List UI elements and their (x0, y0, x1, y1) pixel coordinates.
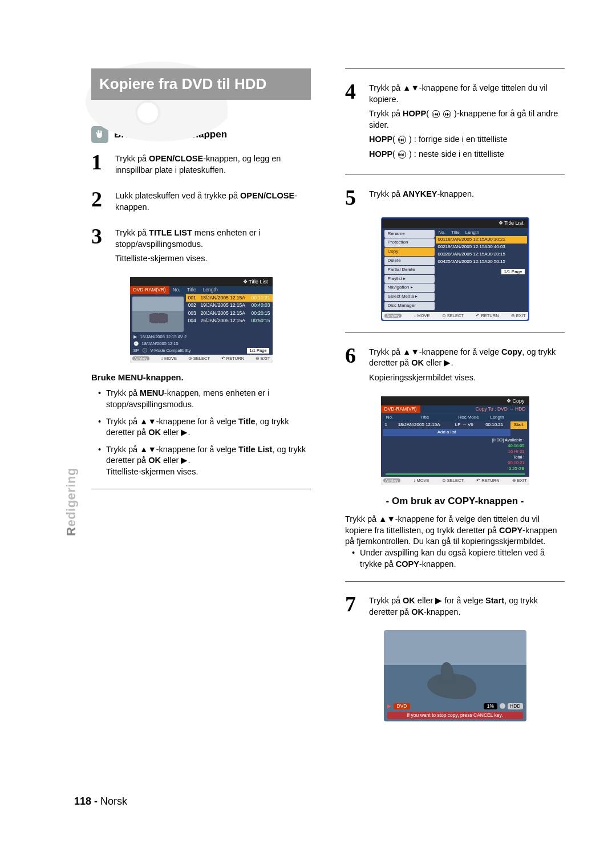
chevron-right-icon: ▸ (415, 294, 418, 299)
step-number: 7 (345, 593, 362, 621)
step-body: Lukk plateskuffen ved å trykke på OPEN/C… (115, 188, 311, 216)
cancel-message: If you want to stop copy, press CANCEL k… (387, 712, 523, 719)
bold: Title (238, 417, 256, 426)
step-7: 7 Trykk på OK eller ▶ for å velge Start,… (345, 593, 565, 621)
copy-percent: 1% (484, 703, 497, 709)
list-row[interactable]: 00320/JAN/2005 12:15A00:20:15 (186, 310, 273, 317)
step-body: Trykk på ANYKEY-knappen. (369, 186, 565, 208)
cell: 002 (188, 302, 201, 309)
footer-return: RETURN (481, 478, 499, 483)
cell: 00:10:21 (484, 421, 510, 429)
osd-menu-list: Rename Protection Copy Delete Partial De… (383, 229, 436, 311)
dolphin-image (427, 658, 496, 709)
list-row[interactable]: 001 18/JAN/2005 12:15A 00:10:21 (436, 236, 527, 244)
start-button[interactable]: Start (510, 421, 527, 429)
bold: HOPP (403, 109, 426, 118)
step-body: Trykk på OPEN/CLOSE-knappen, og legg en … (115, 151, 311, 179)
value: 0.25 GB (509, 466, 525, 471)
list-row[interactable]: 00425/JAN/2005 12:15A00:50:15 (186, 317, 273, 324)
label: [HDD] Available : (492, 437, 525, 443)
copy-bullets: Under avspilling kan du også kopiere tit… (345, 547, 565, 570)
page-number: 118 - Norsk (74, 794, 127, 808)
footer-return: RETURN (481, 313, 499, 318)
diamond-icon: ❖ (243, 279, 248, 285)
menu-item[interactable]: Navigation ▸ (384, 283, 435, 292)
cell: 1 (383, 421, 396, 429)
side-tab: Redigering (63, 468, 80, 536)
text: Kopieringsskjermbildet vises. (369, 372, 565, 384)
bold: OK (411, 607, 424, 616)
menu-item[interactable]: Partial Delete (384, 266, 435, 274)
chevron-right-icon: ▸ (403, 276, 406, 281)
osd-title-list: ❖ Title List DVD-RAM(VR) No. Title Lengt… (130, 277, 273, 363)
table-row[interactable]: 1 18/JAN/2005 12:15A LP → V6 00:10:21 St… (383, 421, 527, 429)
list-row[interactable]: 004 25/JAN/2005 12:15A 00:50:15 (436, 258, 527, 266)
cell: 18/JAN/2005 12:15A (445, 237, 488, 243)
text: Trykk på ▲▼-knappene for å velge tittele… (369, 83, 565, 105)
col: No. (383, 414, 396, 421)
list-row[interactable]: 002 19/JAN/2005 12:15A 00:40:03 (436, 244, 527, 251)
text: Trykk på (369, 596, 403, 605)
step-body: Trykk på TITLE LIST mens enheten er i st… (115, 225, 311, 268)
text: -knappen. (437, 189, 475, 198)
text: -knappen. (424, 607, 461, 616)
text: : neste side i en tittelliste (412, 149, 504, 159)
rec-indicator-icon (500, 703, 505, 709)
step-5: 5 Trykk på ANYKEY-knappen. (345, 186, 565, 208)
osd-title: Title List (249, 279, 268, 285)
osd-title: Title List (504, 220, 523, 226)
list-row[interactable]: 00118/JAN/2005 12:15A00:10:21 (186, 294, 273, 302)
step-4: 4 Trykk på ▲▼-knappene for å velge titte… (345, 80, 565, 163)
col-title: Title (184, 286, 200, 294)
menu-item[interactable]: Select Media ▸ (384, 293, 435, 301)
osd-media-badge: DVD-RAM(VR) (381, 405, 420, 413)
skip-back-icon: ⏮ (398, 136, 406, 144)
page-lang: Norsk (100, 796, 127, 807)
bold: Start (485, 596, 504, 605)
text: eller ▶ for å velge (415, 596, 485, 605)
menu-item[interactable]: Playlist ▸ (384, 275, 435, 283)
list-row[interactable]: 00219/JAN/2005 12:15A00:40:03 (186, 302, 273, 309)
menu-item[interactable]: Protection (384, 238, 435, 247)
col: Length (484, 414, 510, 421)
text: Lukk plateskuffen ved å trykke på (115, 191, 240, 200)
cell: 19/JAN/2005 12:15A (201, 302, 252, 309)
cell: 001 (438, 237, 445, 243)
add-list-button[interactable]: Add a list (383, 429, 510, 436)
page-num: 118 - (74, 796, 100, 807)
available-info: [HDD] Available : 40:16:05 16 Hr 03 Tota… (383, 436, 527, 473)
col-no: No. (169, 286, 184, 294)
col: Title (396, 414, 453, 421)
menu-item-copy[interactable]: Copy (384, 247, 435, 256)
menu-subheading: Bruke MENU-knappen. (91, 372, 311, 383)
cell: 20/JAN/2005 12:15A (201, 310, 252, 317)
diamond-icon: ❖ (499, 220, 503, 226)
osd-right-panel: No.TitleLength 001 18/JAN/2005 12:15A 00… (436, 229, 527, 311)
cell: 004 (438, 259, 445, 265)
osd-footer: Anykey ↕ MOVE ⊙ SELECT ↶ RETURN ⊖ EXIT (381, 477, 529, 485)
osd-meta: V-Mode Compatibility (151, 348, 191, 354)
bold: Copy (501, 347, 522, 356)
osd-meta: SP (133, 348, 139, 354)
osd-page: 1/1 Page (247, 348, 269, 354)
text: eller ▶. (161, 428, 191, 437)
text: Trykk på (369, 189, 403, 198)
step-number: 2 (91, 188, 108, 216)
menu-item[interactable]: Rename (384, 230, 435, 238)
cell: 00:10:21 (251, 295, 270, 301)
osd-copy-screen: ❖ Copy DVD-RAM(VR) Copy To : DVD → HDD N… (381, 396, 529, 485)
list-row[interactable]: 003 20/JAN/2005 12:15A 00:20:15 (436, 251, 527, 258)
value: 40:16:05 (508, 443, 524, 448)
step-number: 4 (345, 80, 362, 163)
osd-title: Copy (512, 398, 524, 404)
menu-item[interactable]: Disc Manager (384, 302, 435, 310)
cell: LP → V6 (453, 421, 484, 429)
osd-page: 1/1 Page (501, 269, 524, 274)
text: Trykk på (106, 388, 140, 397)
playback-screenshot: ▶ DVD 1% HDD If you want to stop copy, p… (384, 630, 526, 721)
copy-table: No. Title Rec.Mode Length 1 18/JAN/2005 … (383, 414, 527, 436)
shot-statusbar: ▶ DVD 1% HDD (387, 702, 523, 710)
text: Tittelliste-skjermen vises. (106, 467, 198, 476)
cell: 20/JAN/2005 12:15A (445, 251, 488, 258)
menu-item[interactable]: Delete (384, 257, 435, 265)
